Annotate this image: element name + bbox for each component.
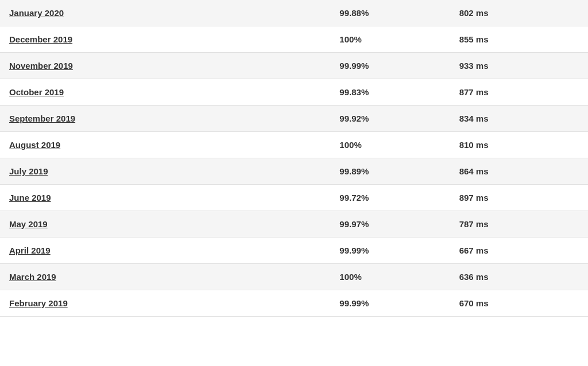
month-link[interactable]: November 2019 (9, 61, 73, 71)
response-cell: 787 ms (459, 219, 579, 229)
month-cell: March 2019 (9, 272, 339, 282)
uptime-cell: 99.72% (339, 193, 459, 203)
month-link[interactable]: July 2019 (9, 166, 48, 176)
uptime-cell: 99.89% (339, 166, 459, 176)
month-cell: April 2019 (9, 246, 339, 255)
table-row: September 2019 99.92% 834 ms (0, 106, 588, 132)
table-row: July 2019 99.89% 864 ms (0, 158, 588, 185)
uptime-cell: 99.97% (339, 219, 459, 229)
month-cell: December 2019 (9, 34, 339, 44)
table-row: February 2019 99.99% 670 ms (0, 290, 588, 317)
month-cell: July 2019 (9, 166, 339, 176)
response-cell: 667 ms (459, 246, 579, 255)
month-link[interactable]: December 2019 (9, 34, 72, 44)
response-cell: 636 ms (459, 272, 579, 282)
month-cell: October 2019 (9, 87, 339, 97)
uptime-cell: 100% (339, 272, 459, 282)
month-link[interactable]: April 2019 (9, 246, 51, 255)
uptime-cell: 100% (339, 34, 459, 44)
table-row: August 2019 100% 810 ms (0, 132, 588, 158)
uptime-cell: 99.99% (339, 246, 459, 255)
month-link[interactable]: January 2020 (9, 8, 64, 18)
month-cell: May 2019 (9, 219, 339, 229)
response-cell: 802 ms (459, 8, 579, 18)
month-link[interactable]: August 2019 (9, 140, 60, 150)
uptime-cell: 100% (339, 140, 459, 150)
uptime-cell: 99.92% (339, 114, 459, 123)
table-row: April 2019 99.99% 667 ms (0, 237, 588, 264)
month-link[interactable]: October 2019 (9, 87, 64, 97)
response-cell: 897 ms (459, 193, 579, 203)
response-cell: 877 ms (459, 87, 579, 97)
month-cell: November 2019 (9, 61, 339, 71)
uptime-cell: 99.88% (339, 8, 459, 18)
uptime-cell: 99.83% (339, 87, 459, 97)
response-cell: 834 ms (459, 114, 579, 123)
month-link[interactable]: June 2019 (9, 193, 51, 203)
month-cell: September 2019 (9, 114, 339, 123)
table-row: November 2019 99.99% 933 ms (0, 53, 588, 79)
response-cell: 864 ms (459, 166, 579, 176)
uptime-table: January 2020 99.88% 802 ms December 2019… (0, 0, 588, 317)
response-cell: 810 ms (459, 140, 579, 150)
month-link[interactable]: March 2019 (9, 272, 56, 282)
month-link[interactable]: February 2019 (9, 298, 68, 308)
month-cell: August 2019 (9, 140, 339, 150)
response-cell: 670 ms (459, 298, 579, 308)
table-row: March 2019 100% 636 ms (0, 264, 588, 290)
month-link[interactable]: September 2019 (9, 114, 75, 123)
response-cell: 855 ms (459, 34, 579, 44)
uptime-cell: 99.99% (339, 61, 459, 71)
table-row: January 2020 99.88% 802 ms (0, 0, 588, 26)
table-row: May 2019 99.97% 787 ms (0, 211, 588, 237)
response-cell: 933 ms (459, 61, 579, 71)
table-row: June 2019 99.72% 897 ms (0, 185, 588, 211)
month-cell: February 2019 (9, 298, 339, 308)
uptime-cell: 99.99% (339, 298, 459, 308)
table-row: October 2019 99.83% 877 ms (0, 79, 588, 106)
month-cell: June 2019 (9, 193, 339, 203)
month-cell: January 2020 (9, 8, 339, 18)
table-row: December 2019 100% 855 ms (0, 26, 588, 53)
month-link[interactable]: May 2019 (9, 219, 48, 229)
